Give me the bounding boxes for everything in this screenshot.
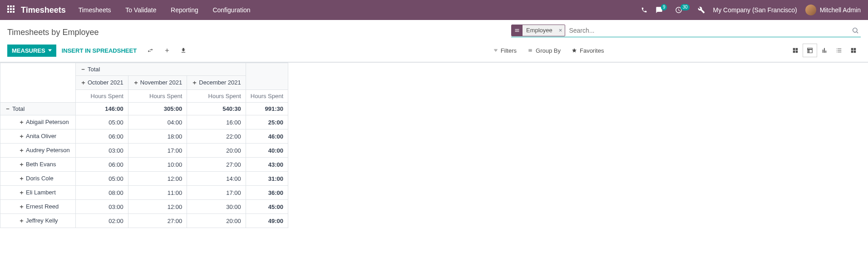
row-total-header[interactable]: −Total [0,103,76,115]
cell[interactable]: 02:00 [76,214,128,228]
favorites-dropdown[interactable]: Favorites [572,47,604,54]
svg-point-0 [853,28,857,32]
col-total-header[interactable]: −Total [76,63,246,76]
view-list-button[interactable] [832,44,846,57]
cell[interactable]: 30:00 [187,200,246,214]
measures-label: MEASURES [12,47,45,54]
cell[interactable]: 03:00 [76,200,128,214]
cell[interactable]: 12:00 [128,172,187,186]
measure-1[interactable]: Hours Spent [128,90,187,103]
view-pivot-button[interactable] [803,44,817,57]
search-facet-employee: Employee × [511,25,565,36]
measure-0[interactable]: Hours Spent [76,90,128,103]
col-month-2[interactable]: ＋December 2021 [187,76,246,90]
debug-icon[interactable] [698,6,705,14]
menu-timesheets[interactable]: Timesheets [79,6,111,14]
cell[interactable]: 03:00 [76,144,128,158]
app-brand[interactable]: Timesheets [21,5,66,15]
cell[interactable]: 11:00 [128,186,187,200]
cell[interactable]: 31:00 [246,172,288,186]
cell[interactable]: 08:00 [76,186,128,200]
view-grid-button[interactable] [788,44,803,57]
groupby-dropdown[interactable]: Group By [528,47,561,54]
col-month-1[interactable]: ＋November 2021 [128,76,187,90]
cell[interactable]: 14:00 [187,172,246,186]
measures-button[interactable]: MEASURES [7,45,56,57]
cell[interactable]: 16:00 [187,115,246,129]
filters-label: Filters [501,47,517,54]
search-input[interactable] [568,25,850,36]
top-nav: Timesheets Timesheets To Validate Report… [0,0,868,20]
view-kanban-button[interactable] [846,44,861,57]
apps-icon[interactable] [7,5,16,15]
download-icon[interactable] [180,47,187,54]
cell[interactable]: 45:00 [246,200,288,214]
corner-cell [0,63,76,103]
measure-2[interactable]: Hours Spent [187,90,246,103]
facet-label: Employee [523,27,556,34]
search-bar[interactable]: Employee × [511,24,861,37]
user-name: Mitchell Admin [820,6,861,14]
table-row: ＋Anita Oliver06:0018:0022:0046:00 [0,129,288,144]
cell[interactable]: 27:00 [187,158,246,172]
table-row: ＋Jeffrey Kelly02:0027:0020:0049:00 [0,214,288,228]
cell[interactable]: 20:00 [187,214,246,228]
pivot-table: −Total ＋October 2021 ＋November 2021 ＋Dec… [0,63,288,228]
cell[interactable]: 991:30 [246,103,288,115]
table-row: ＋Ernest Reed03:0012:0030:0045:00 [0,200,288,214]
activities-icon[interactable]: 30 [675,6,689,14]
col-total-label: Total [88,66,100,73]
expand-all-icon[interactable] [164,47,170,54]
cell[interactable]: 12:00 [128,200,187,214]
user-menu[interactable]: Mitchell Admin [805,5,861,15]
cell[interactable]: 46:00 [246,129,288,144]
flip-axis-icon[interactable] [147,47,154,54]
view-graph-button[interactable] [817,44,832,57]
cell[interactable]: 06:00 [76,158,128,172]
cell[interactable]: 36:00 [246,186,288,200]
search-icon[interactable] [850,27,861,34]
cell[interactable]: 146:00 [76,103,128,115]
cell[interactable]: 49:00 [246,214,288,228]
cell[interactable]: 43:00 [246,158,288,172]
grand-total-header [246,63,288,90]
menu-configuration[interactable]: Configuration [212,6,250,14]
row-header[interactable]: ＋Beth Evans [0,158,76,172]
cell[interactable]: 18:00 [128,129,187,144]
row-header[interactable]: ＋Jeffrey Kelly [0,214,76,228]
cell[interactable]: 17:00 [128,144,187,158]
col-month-0[interactable]: ＋October 2021 [76,76,128,90]
pivot-table-wrap: −Total ＋October 2021 ＋November 2021 ＋Dec… [0,62,868,268]
cell[interactable]: 22:00 [187,129,246,144]
filters-dropdown[interactable]: Filters [493,47,517,54]
row-header[interactable]: ＋Abigail Peterson [0,115,76,129]
insert-spreadsheet-button[interactable]: INSERT IN SPREADSHEET [56,45,142,57]
cell[interactable]: 10:00 [128,158,187,172]
measure-total[interactable]: Hours Spent [246,90,288,103]
groupby-label: Group By [536,47,561,54]
cell[interactable]: 20:00 [187,144,246,158]
cell[interactable]: 25:00 [246,115,288,129]
row-header[interactable]: ＋Eli Lambert [0,186,76,200]
facet-remove-icon[interactable]: × [556,27,565,34]
cell[interactable]: 06:00 [76,129,128,144]
avatar [805,5,816,15]
row-header[interactable]: ＋Doris Cole [0,172,76,186]
phone-icon[interactable] [641,7,647,13]
cell[interactable]: 27:00 [128,214,187,228]
cell[interactable]: 05:00 [76,172,128,186]
groupby-facet-icon [512,25,523,36]
cell[interactable]: 17:00 [187,186,246,200]
row-header[interactable]: ＋Anita Oliver [0,129,76,144]
row-header[interactable]: ＋Ernest Reed [0,200,76,214]
menu-reporting[interactable]: Reporting [171,6,198,14]
company-switcher[interactable]: My Company (San Francisco) [713,6,797,14]
cell[interactable]: 305:00 [128,103,187,115]
messages-icon[interactable]: 9 [656,6,667,14]
cell[interactable]: 540:30 [187,103,246,115]
cell[interactable]: 05:00 [76,115,128,129]
menu-to-validate[interactable]: To Validate [125,6,156,14]
row-header[interactable]: ＋Audrey Peterson [0,144,76,158]
cell[interactable]: 40:00 [246,144,288,158]
cell[interactable]: 04:00 [128,115,187,129]
